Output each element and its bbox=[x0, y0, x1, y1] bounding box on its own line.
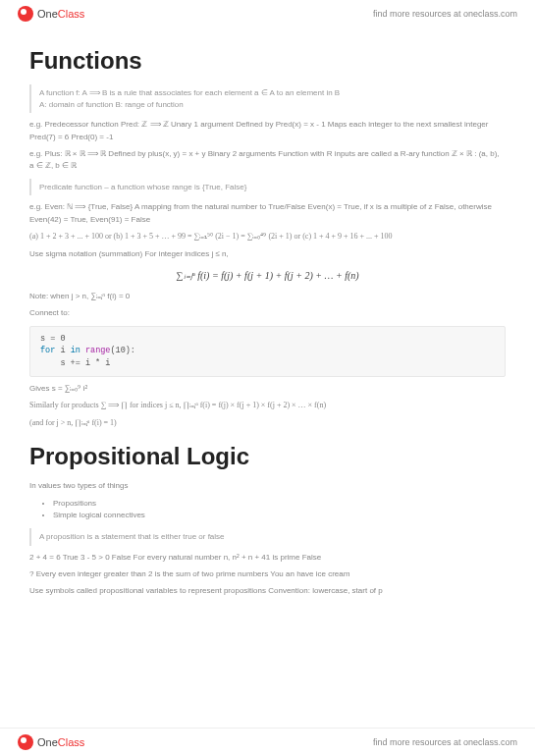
builtin-range: range bbox=[80, 346, 111, 355]
page-footer: OneClass find more resources at oneclass… bbox=[0, 728, 535, 756]
brand-logo: OneClass bbox=[18, 6, 84, 22]
logo-icon bbox=[18, 734, 33, 750]
document-body: Functions A function f: A ⟹ B is a rule … bbox=[0, 27, 535, 598]
list-item: Propositions bbox=[53, 498, 506, 511]
example-series: (a) 1 + 2 + 3 + ... + 100 or (b) 1 + 3 +… bbox=[29, 231, 506, 243]
definition-function: A function f: A ⟹ B is a rule that assoc… bbox=[29, 84, 506, 113]
code-text: i bbox=[55, 346, 70, 355]
brand-name-footer: OneClass bbox=[37, 736, 84, 748]
sigma-intro: Use sigma notation (summation) For integ… bbox=[29, 248, 506, 260]
definition-predicate: Predicate function – a function whose ra… bbox=[29, 179, 506, 196]
proposition-examples: 2 + 4 = 6 True 3 - 5 > 0 False For every… bbox=[29, 552, 506, 564]
keyword-in: in bbox=[71, 346, 80, 355]
values-intro: In values two types of things bbox=[29, 480, 506, 492]
header-tagline: find more resources at oneclass.com bbox=[373, 9, 517, 19]
connect-label: Connect to: bbox=[29, 307, 506, 319]
logo-icon bbox=[18, 6, 33, 22]
brand-logo-footer: OneClass bbox=[18, 734, 84, 750]
proposition-symbols: Use symbols called propositional variabl… bbox=[29, 585, 506, 597]
list-item: Simple logical connectives bbox=[53, 510, 506, 522]
example-even: e.g. Even: ℕ ⟹ {True, False} A mapping f… bbox=[29, 201, 506, 226]
sigma-formula: ∑ᵢ₌ⱼⁿ f(i) = f(j) + f(j + 1) + f(j + 2) … bbox=[29, 270, 506, 281]
code-snippet: s = 0 for i in range(10): s += i * i bbox=[29, 326, 506, 377]
definition-proposition: A proposition is a statement that is eit… bbox=[29, 528, 506, 546]
quote-line: A function f: A ⟹ B is a rule that assoc… bbox=[39, 87, 506, 99]
code-text: (10): bbox=[110, 346, 135, 355]
footer-tagline: find more resources at oneclass.com bbox=[373, 737, 517, 747]
code-result: Gives s = ∑ᵢ₌₀⁹ i² bbox=[29, 383, 506, 395]
sigma-note: Note: when j > n, ∑ᵢ₌ⱼⁿ f(i) = 0 bbox=[29, 291, 506, 302]
page-header: OneClass find more resources at oneclass… bbox=[0, 0, 535, 27]
code-line: s = 0 bbox=[40, 334, 66, 344]
heading-functions: Functions bbox=[29, 47, 506, 75]
proposition-question: ? Every even integer greater than 2 is t… bbox=[29, 568, 506, 580]
example-predecessor: e.g. Predecessor function Pred: ℤ ⟹ ℤ Un… bbox=[29, 119, 506, 143]
brand-name: OneClass bbox=[37, 8, 84, 20]
product-notation: Similarly for products ∑ ⟹ ∏ for indices… bbox=[29, 400, 506, 411]
heading-propositional-logic: Propositional Logic bbox=[29, 443, 506, 470]
code-line: s += i * i bbox=[40, 358, 110, 368]
quote-line: A: domain of function B: range of functi… bbox=[39, 99, 506, 111]
values-list: Propositions Simple logical connectives bbox=[53, 498, 506, 523]
keyword-for: for bbox=[40, 346, 55, 355]
product-note: (and for j > n, ∏ᵢ₌ⱼⁿ f(i) = 1) bbox=[29, 417, 506, 429]
example-plus: e.g. Plus: ℝ × ℝ ⟹ ℝ Defined by plus(x, … bbox=[29, 148, 506, 173]
